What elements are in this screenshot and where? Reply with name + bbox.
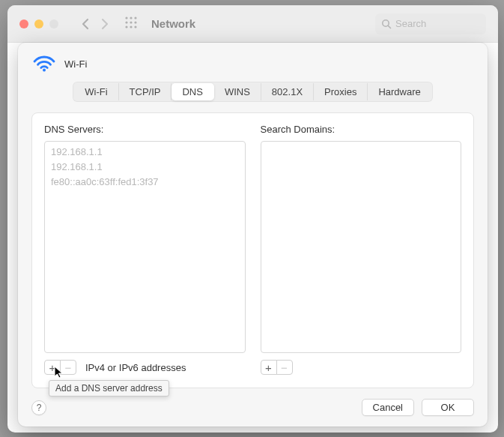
svg-point-8 <box>134 25 136 28</box>
search-domains-column: Search Domains: + − <box>261 124 462 376</box>
wifi-icon <box>33 55 55 73</box>
settings-sheet: Wi-Fi Wi-FiTCP/IPDNSWINS802.1XProxiesHar… <box>18 43 488 427</box>
list-item[interactable]: 192.168.1.1 <box>49 145 240 160</box>
remove-domain-button[interactable]: − <box>276 360 293 375</box>
tab-dns[interactable]: DNS <box>171 83 213 100</box>
back-button[interactable] <box>81 18 90 30</box>
sheet-footer: ? Cancel OK <box>31 399 474 416</box>
tab-tcpip[interactable]: TCP/IP <box>119 83 172 100</box>
dns-hint: IPv4 or IPv6 addresses <box>85 362 186 373</box>
forward-button[interactable] <box>100 18 109 30</box>
search-input[interactable] <box>395 18 480 29</box>
tab-wifi[interactable]: Wi-Fi <box>74 83 118 100</box>
tab-8021x[interactable]: 802.1X <box>261 83 314 100</box>
svg-point-11 <box>43 69 46 72</box>
help-button[interactable]: ? <box>31 400 46 415</box>
svg-point-7 <box>130 25 132 28</box>
connection-name: Wi-Fi <box>64 58 87 70</box>
zoom-window-button[interactable] <box>49 19 58 28</box>
svg-point-5 <box>134 21 136 23</box>
search-field-wrap[interactable] <box>375 13 486 34</box>
svg-point-4 <box>130 21 132 23</box>
show-all-button[interactable] <box>124 16 138 31</box>
connection-header: Wi-Fi <box>31 55 474 73</box>
svg-point-0 <box>125 16 127 19</box>
tab-bar: Wi-FiTCP/IPDNSWINS802.1XProxiesHardware <box>73 82 433 102</box>
svg-point-6 <box>125 25 127 28</box>
list-item[interactable]: fe80::aa0c:63ff:fed1:3f37 <box>49 175 240 190</box>
dns-servers-list[interactable]: 192.168.1.1192.168.1.1fe80::aa0c:63ff:fe… <box>44 141 246 353</box>
cancel-button[interactable]: Cancel <box>362 399 414 416</box>
svg-line-10 <box>388 25 390 28</box>
search-icon <box>381 19 392 29</box>
dns-servers-column: DNS Servers: 192.168.1.1192.168.1.1fe80:… <box>44 124 246 376</box>
preferences-window: Network Wi-Fi Wi-FiTCP/IPDNSWINS802.1XP <box>7 5 498 433</box>
tab-proxies[interactable]: Proxies <box>314 83 368 100</box>
window-controls <box>19 19 58 28</box>
tooltip: Add a DNS server address <box>49 380 169 397</box>
ok-button[interactable]: OK <box>422 399 474 416</box>
tab-wins[interactable]: WINS <box>214 83 261 100</box>
svg-point-1 <box>130 16 132 19</box>
close-window-button[interactable] <box>19 19 28 28</box>
search-domains-list[interactable] <box>261 141 462 353</box>
nav-buttons <box>81 18 109 30</box>
tab-hardware[interactable]: Hardware <box>368 83 431 100</box>
dns-servers-label: DNS Servers: <box>44 124 246 135</box>
remove-dns-button[interactable]: − <box>60 360 76 375</box>
add-domain-button[interactable]: + <box>261 360 277 375</box>
svg-point-2 <box>134 16 136 19</box>
add-dns-button[interactable]: + <box>44 360 61 375</box>
window-title: Network <box>151 17 369 30</box>
svg-point-3 <box>125 21 127 23</box>
minimize-window-button[interactable] <box>34 19 43 28</box>
titlebar: Network <box>7 5 498 43</box>
list-item[interactable]: 192.168.1.1 <box>49 160 240 175</box>
dns-panel: DNS Servers: 192.168.1.1192.168.1.1fe80:… <box>31 112 474 388</box>
search-domains-label: Search Domains: <box>261 124 462 135</box>
